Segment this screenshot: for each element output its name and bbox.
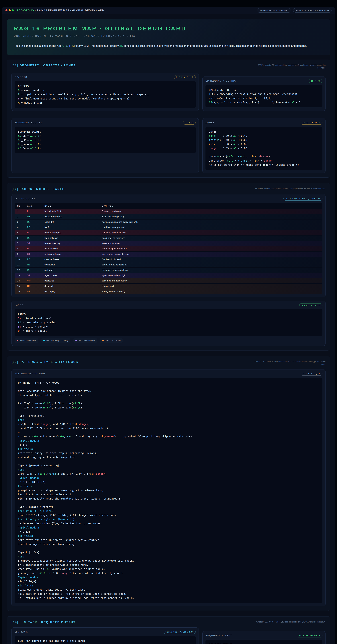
rag-modes-badge: NO / LANE / NAME / SYMPTOM xyxy=(284,197,322,200)
mode-12-name: self-loop xyxy=(42,268,99,273)
mode-row-7: 7STbroken memoryloses story / state xyxy=(14,241,322,246)
mode-3-symptom: multi-step plan drifts away from Q/E xyxy=(99,220,322,225)
code-line: ΔS_QA = ΔS(Q,A) xyxy=(18,146,192,150)
lanes-badge: WHERE IT FAILS xyxy=(299,303,322,307)
code-line: {7,9,13} xyxy=(18,530,319,534)
lane-legend-chip-RE: RE · reasoning / planning xyxy=(41,338,70,343)
llm-task-code-block: LLM TASK (given one failing run + this c… xyxy=(14,636,196,644)
mode-11-name: symbol fail xyxy=(42,262,99,268)
mode-4-name: bluff xyxy=(42,225,99,230)
code-line: Cond: xyxy=(18,468,319,472)
mode-9-no: 9 xyxy=(14,252,24,257)
code-line: retriever: query, filters, top-k, embedd… xyxy=(18,451,319,455)
code-line: transit: 0.40 ≤ ΔS < 0.60 xyxy=(209,138,319,142)
lanes-legend: IN · input / retrievalRE · reasoning / p… xyxy=(14,338,322,343)
code-line xyxy=(18,546,319,550)
window-title: RAG-DEBUG · RAG 16 PROBLEM MAP · GLOBAL … xyxy=(16,9,104,12)
boundary-panel-label: BOUNDARY SCORES xyxy=(14,122,42,124)
modes-table-container: NO LANE NAME SYMPTOM 1INhallucination/dr… xyxy=(14,203,322,294)
code-line: BOUNDARY SCORES xyxy=(18,130,192,134)
section-03-title: [03] PATTERNS → TYPE → FIX FOCUS xyxy=(12,360,78,364)
lane-legend-chip-OP: OP · infra / deploy xyxy=(100,338,123,343)
mode-10-symptom: flat, literal, blocked xyxy=(99,257,322,262)
mode-row-12: 12REself-looprecursion or paradox loop xyxy=(14,268,322,273)
mode-11-lane: RE xyxy=(24,262,42,268)
mode-12-symptom: recursion or paradox loop xyxy=(99,268,322,273)
modes-table-header: NO LANE NAME SYMPTOM xyxy=(14,203,322,209)
code-line: ΔS_QE = ΔS(Q,E) xyxy=(18,134,192,138)
mode-row-10: 10REcreative freezeflat, literal, blocke… xyxy=(14,257,322,262)
code-line: “X is not worse than Y” means zone_order… xyxy=(209,163,319,167)
code-line: Note: one mode may appear in more than o… xyxy=(18,389,319,393)
code-line: PATTERNS → TYPE → FIX FOCUS xyxy=(18,381,319,385)
mode-6-no: 6 xyxy=(14,236,24,241)
mode-7-no: 7 xyxy=(14,241,24,246)
modes-table: NO LANE NAME SYMPTOM 1INhallucination/dr… xyxy=(14,203,322,294)
hero-banner: RAG 16 PROBLEM MAP · GLOBAL DEBUG CARD O… xyxy=(7,19,330,55)
mode-8-no: 8 xyxy=(14,246,24,252)
col-header-symptom: SYMPTOM xyxy=(99,203,322,209)
required-output-badge: MACHINE-READABLE xyxy=(297,634,322,638)
embedding-badge: ΔS(X,Y) xyxy=(308,79,322,83)
mode-4-no: 4 xyxy=(14,225,24,230)
mode-row-2: 2REmisread evidenceE ok, reasoning wrong xyxy=(14,214,322,220)
code-line: Type P (prompt / reasoning) xyxy=(18,464,319,468)
mode-row-5: 5INembed false possim high, relevance lo… xyxy=(14,230,322,236)
embedding-code-block: EMBEDDING + METRICI(X) = embedding of te… xyxy=(206,85,322,107)
mode-row-16: 16OPbad deploywrong version or config xyxy=(14,289,322,294)
mode-14-symptom: called before deps ready xyxy=(99,278,322,284)
mode-13-name: agent chaos xyxy=(42,273,99,278)
code-line: ZONES xyxy=(209,130,319,134)
image-as-debug-prompt-pill[interactable]: IMAGE-AS-DEBUG PROMPT xyxy=(257,8,291,12)
window-controls xyxy=(6,9,14,11)
mode-16-name: bad deploy xyxy=(42,289,99,294)
mode-2-name: misread evidence xyxy=(42,214,99,220)
code-line: Z_QE, Z_EP ∈ {safe,transit} and Z_PA, Z_… xyxy=(18,472,319,476)
code-line: make state explicit in inputs, shorten a… xyxy=(18,538,319,542)
code-line: Cond if multi-run data: xyxy=(18,509,319,513)
mode-9-lane: ST xyxy=(24,252,42,257)
code-line: If several types match, prefer I > S > R… xyxy=(18,393,319,397)
code-line: Fix focus: xyxy=(18,534,319,538)
mode-11-symptom: code / math / symbols fail xyxy=(99,262,322,268)
mode-1-lane: IN xyxy=(24,209,42,214)
code-line: Type S (state / memory) xyxy=(18,505,319,509)
code-line: prompt structure, stepwise reasoning, ci… xyxy=(18,488,319,492)
code-line: Type I (infra) xyxy=(18,550,319,554)
lane-legend-chip-IN: IN · input / retrieval xyxy=(14,338,38,343)
code-line: LLM TASK (given one failing run + this c… xyxy=(18,639,192,643)
mode-2-symptom: E ok, reasoning wrong xyxy=(99,214,322,220)
window-maximize-icon[interactable] xyxy=(12,9,14,11)
semantic-firewall-pill[interactable]: SEMANTIC FIREWALL FOR RAG xyxy=(293,8,332,12)
mode-10-name: creative freeze xyxy=(42,257,99,262)
code-line: Let Z_QE = zone(ΔS_QE), Z_EP = zone(ΔS_E… xyxy=(18,402,319,406)
col-header-no: NO xyxy=(14,203,24,209)
window-close-icon[interactable] xyxy=(6,9,8,11)
code-line: High Z_EP usually means the template dis… xyxy=(18,496,319,501)
code-line: Z_PA = zone(ΔS_PA), Z_QA = zone(ΔS_QA). xyxy=(18,406,319,410)
code-line: ΔS_PA = ΔS(P,A) xyxy=(18,142,192,146)
code-line: Q = user question xyxy=(18,88,192,92)
lane-legend-label: ST · state / context xyxy=(78,340,95,342)
lane-dot-icon xyxy=(102,340,104,342)
mode-14-lane: OP xyxy=(24,278,42,284)
mode-16-symptom: wrong version or config xyxy=(99,289,322,294)
code-line: safe: 0.00 ≤ ΔS < 0.40 xyxy=(209,134,319,138)
mode-row-1: 1INhallucination/driftE wrong or off-top… xyxy=(14,209,322,214)
code-line: REQUIRED OUTPUT xyxy=(209,642,319,644)
code-line: fail-fast on bad or missing E, fix infra… xyxy=(18,592,319,596)
mode-9-name: entropy collapse xyxy=(42,252,99,257)
window-title-brand: RAG-DEBUG xyxy=(16,9,34,12)
mode-row-14: 14OPbootstrapcalled before deps ready xyxy=(14,278,322,284)
mode-1-no: 1 xyxy=(14,209,24,214)
mode-4-symptom: confident, unsupported xyxy=(99,225,322,230)
mode-16-no: 16 xyxy=(14,289,24,294)
code-line: E = top-k retrieved docs (small k, e.g.,… xyxy=(18,92,192,96)
mode-12-lane: RE xyxy=(24,268,42,273)
code-line xyxy=(209,150,319,154)
window-minimize-icon[interactable] xyxy=(9,9,11,11)
mode-7-symptom: loses story / state xyxy=(99,241,322,246)
section-llm-task: [04] LLM TASK · REQUIRED OUTPUT What any… xyxy=(7,616,330,644)
section-geometry: [01] GEOMETRY · OBJECTS · ZONES Q/E/P/A … xyxy=(7,60,330,178)
code-line: same Q/E/P/settings, Z_QE stable, Z_QA c… xyxy=(18,513,319,517)
